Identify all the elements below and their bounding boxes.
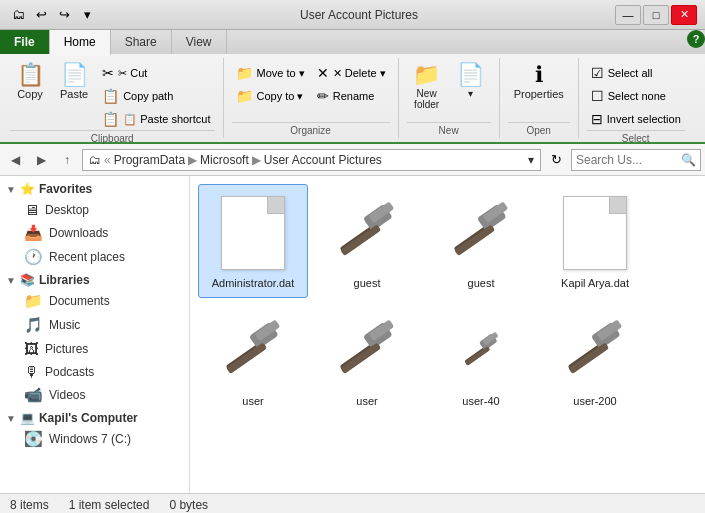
copy-button[interactable]: 📋 Copy	[10, 62, 50, 102]
file-area: Administrator.dat guest	[190, 176, 705, 493]
sidebar-header-computer[interactable]: ▼ 💻 Kapil's Computer	[0, 409, 189, 427]
sidebar-header-favorites[interactable]: ▼ ⭐ Favorites	[0, 180, 189, 198]
file-icon-area-administrator	[213, 193, 293, 273]
new-folder-button[interactable]: 📁 New folder	[407, 62, 447, 112]
sidebar-item-podcasts[interactable]: 🎙 Podcasts	[0, 360, 189, 383]
sidebar-section-libraries: ▼ 📚 Libraries 📁 Documents 🎵 Music 🖼 Pict…	[0, 271, 189, 407]
organize-content: 📁 Move to ▾ 📁 Copy to ▾ ✕ ✕ Delete ▾ ✏	[232, 58, 390, 122]
recent-places-icon: 🕐	[24, 248, 43, 266]
invert-selection-button[interactable]: ⊟ Invert selection	[587, 108, 685, 130]
delete-button[interactable]: ✕ ✕ Delete ▾	[313, 62, 390, 84]
file-item-user1[interactable]: user	[198, 302, 308, 416]
select-none-icon: ☐	[591, 88, 604, 104]
rename-button[interactable]: ✏ Rename	[313, 85, 390, 107]
address-path[interactable]: 🗂 « ProgramData ▶ Microsoft ▶ User Accou…	[82, 149, 541, 171]
tab-home[interactable]: Home	[50, 30, 111, 56]
search-input[interactable]	[576, 153, 681, 167]
paste-shortcut-button[interactable]: 📋 📋 Paste shortcut	[98, 108, 214, 130]
maximize-btn[interactable]: □	[643, 5, 669, 25]
select-all-button[interactable]: ☑ Select all	[587, 62, 685, 84]
back-button[interactable]: ◀	[4, 149, 26, 171]
ribbon-group-organize: 📁 Move to ▾ 📁 Copy to ▾ ✕ ✕ Delete ▾ ✏	[224, 58, 399, 138]
file-item-administrator[interactable]: Administrator.dat	[198, 184, 308, 298]
select-all-icon: ☑	[591, 65, 604, 81]
refresh-button[interactable]: ↻	[545, 149, 567, 171]
sidebar-item-windows7[interactable]: 💽 Windows 7 (C:)	[0, 427, 189, 451]
file-label-administrator: Administrator.dat	[212, 277, 295, 289]
forward-button[interactable]: ▶	[30, 149, 52, 171]
sidebar-item-desktop[interactable]: 🖥 Desktop	[0, 198, 189, 221]
music-label: Music	[49, 318, 80, 332]
sidebar-item-videos[interactable]: 📹 Videos	[0, 383, 189, 407]
hammer-icon-user200	[559, 315, 631, 387]
sidebar-item-pictures[interactable]: 🖼 Pictures	[0, 337, 189, 360]
file-item-guest1[interactable]: guest	[312, 184, 422, 298]
new-item-icon: 📄	[457, 64, 484, 86]
minimize-btn[interactable]: —	[615, 5, 641, 25]
sidebar-section-favorites: ▼ ⭐ Favorites 🖥 Desktop 📥 Downloads 🕐 Re…	[0, 180, 189, 269]
path-dropdown-icon[interactable]: ▾	[528, 153, 534, 167]
move-to-button[interactable]: 📁 Move to ▾	[232, 62, 309, 84]
copy-path-button[interactable]: 📋 Copy path	[98, 85, 214, 107]
tab-view[interactable]: View	[172, 30, 227, 54]
help-button[interactable]: ?	[687, 30, 705, 48]
favorites-label: Favorites	[39, 182, 92, 196]
select-none-button[interactable]: ☐ Select none	[587, 85, 685, 107]
sidebar-item-music[interactable]: 🎵 Music	[0, 313, 189, 337]
file-item-user2[interactable]: user	[312, 302, 422, 416]
copy-to-button[interactable]: 📁 Copy to ▾	[232, 85, 309, 107]
file-label-guest2: guest	[468, 277, 495, 289]
file-item-user40[interactable]: user-40	[426, 302, 536, 416]
qa-redo-btn[interactable]: ↪	[54, 6, 74, 24]
file-icon-area-guest1	[327, 193, 407, 273]
desktop-icon: 🖥	[24, 201, 39, 218]
new-label: New	[407, 122, 491, 138]
new-item-button[interactable]: 📄 ▾	[451, 62, 491, 101]
properties-button[interactable]: ℹ Properties	[508, 62, 570, 102]
ribbon: File Home Share View ? 📋 Copy 📄 Paste ✂	[0, 30, 705, 144]
pictures-label: Pictures	[45, 342, 88, 356]
path-folder-icon: 🗂	[89, 153, 101, 167]
paste-shortcut-icon: 📋	[102, 111, 119, 127]
computer-icon: 💻	[20, 411, 35, 425]
sidebar-item-downloads[interactable]: 📥 Downloads	[0, 221, 189, 245]
delete-icon: ✕	[317, 65, 329, 81]
file-item-user200[interactable]: user-200	[540, 302, 650, 416]
file-label-user200: user-200	[573, 395, 616, 407]
file-label-kapil: Kapil Arya.dat	[561, 277, 629, 289]
drive-label: Windows 7 (C:)	[49, 432, 131, 446]
videos-label: Videos	[49, 388, 85, 402]
hammer-icon-user1	[217, 315, 289, 387]
cut-button[interactable]: ✂ ✂ Cut	[98, 62, 214, 84]
qa-save-btn[interactable]: 🗂	[8, 6, 28, 24]
downloads-label: Downloads	[49, 226, 108, 240]
move-icon: 📁	[236, 65, 253, 81]
search-box[interactable]: 🔍	[571, 149, 701, 171]
tab-file[interactable]: File	[0, 30, 50, 54]
qa-dropdown-btn[interactable]: ▾	[77, 6, 97, 24]
copy-icon: 📋	[17, 64, 44, 86]
select-content: ☑ Select all ☐ Select none ⊟ Invert sele…	[587, 58, 685, 130]
podcasts-label: Podcasts	[45, 365, 94, 379]
close-btn[interactable]: ✕	[671, 5, 697, 25]
path-microsoft[interactable]: Microsoft	[200, 153, 249, 167]
sidebar-header-libraries[interactable]: ▼ 📚 Libraries	[0, 271, 189, 289]
copy-to-icon: 📁	[236, 88, 253, 104]
path-programdata[interactable]: ProgramData	[114, 153, 185, 167]
path-current[interactable]: User Account Pictures	[264, 153, 382, 167]
file-item-guest2[interactable]: guest	[426, 184, 536, 298]
expand-computer-icon: ▼	[6, 413, 16, 424]
qa-undo-btn[interactable]: ↩	[31, 6, 51, 24]
tab-share[interactable]: Share	[111, 30, 172, 54]
sidebar-item-documents[interactable]: 📁 Documents	[0, 289, 189, 313]
ribbon-body: 📋 Copy 📄 Paste ✂ ✂ Cut 📋 Copy path	[0, 54, 705, 142]
select-col: ☑ Select all ☐ Select none ⊟ Invert sele…	[587, 62, 685, 130]
new-folder-icon: 📁	[413, 64, 440, 86]
videos-icon: 📹	[24, 386, 43, 404]
paste-button[interactable]: 📄 Paste	[54, 62, 94, 102]
up-button[interactable]: ↑	[56, 149, 78, 171]
sidebar-item-recent-places[interactable]: 🕐 Recent places	[0, 245, 189, 269]
selected-count: 1 item selected	[69, 498, 150, 512]
file-item-kapil[interactable]: Kapil Arya.dat	[540, 184, 650, 298]
file-icon-area-guest2	[441, 193, 521, 273]
